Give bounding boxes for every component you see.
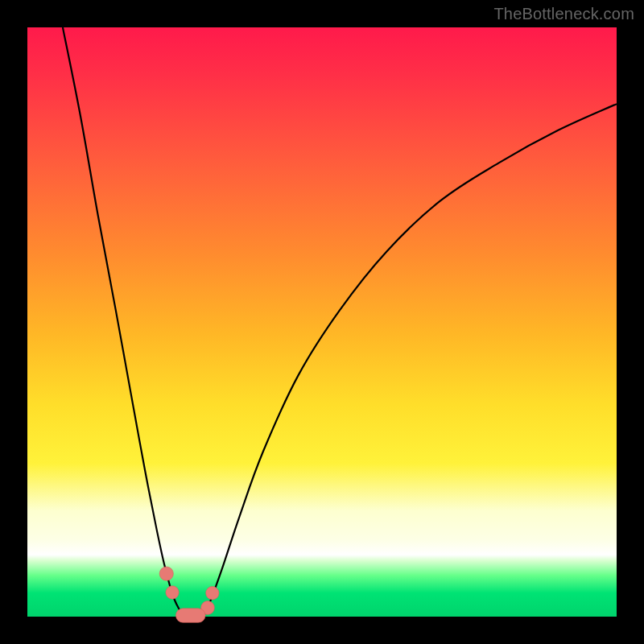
chart-frame: TheBottleneck.com (0, 0, 644, 644)
curve-layer (27, 27, 617, 617)
right-upper-dot (206, 587, 219, 600)
watermark-text: TheBottleneck.com (493, 5, 634, 23)
left-upper-dot (159, 567, 173, 580)
left-lower-dot (166, 586, 179, 599)
curve-right (204, 104, 617, 615)
bottom-pill-marker (175, 609, 205, 623)
plot-area (27, 27, 617, 617)
marker-group (159, 567, 219, 622)
curve-left (63, 27, 183, 615)
